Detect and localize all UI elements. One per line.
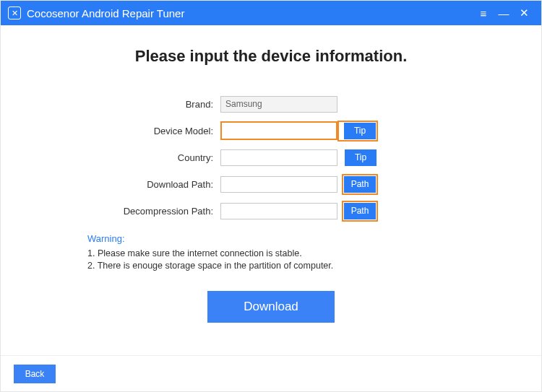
highlight-decompression-path-btn: Path <box>342 201 378 222</box>
highlight-device-model-tip: Tip <box>337 121 378 141</box>
tip-button-country[interactable]: Tip <box>345 149 377 166</box>
menu-button[interactable]: ≡ <box>473 1 494 25</box>
close-button[interactable]: ✕ <box>514 1 534 25</box>
input-brand <box>220 96 337 113</box>
label-country: Country: <box>83 152 220 163</box>
titlebar: ✕ Cocosenor Android Repair Tuner ≡ — ✕ <box>1 1 541 25</box>
app-title: Cocosenor Android Repair Tuner <box>27 7 184 19</box>
warning-line-2: 2. There is enouge storage space in the … <box>87 261 541 271</box>
label-device-model: Device Model: <box>83 126 220 136</box>
footer: Back <box>1 355 541 391</box>
input-download-path[interactable] <box>220 176 337 193</box>
label-download-path: Download Path: <box>83 179 220 190</box>
row-download-path: Download Path: Path <box>83 175 459 193</box>
label-decompression-path: Decompression Path: <box>83 206 220 217</box>
warning-line-1: 1. Please make sure the internet connect… <box>87 248 541 258</box>
back-button[interactable]: Back <box>14 365 56 383</box>
path-button-download[interactable]: Path <box>344 176 376 193</box>
row-brand: Brand: <box>83 95 459 113</box>
page-heading: Please input the device information. <box>1 47 541 66</box>
logo-glyph: ✕ <box>12 9 18 18</box>
minimize-button[interactable]: — <box>494 1 514 25</box>
highlight-device-model-field <box>220 121 337 140</box>
warning-block: Warning: 1. Please make sure the interne… <box>87 233 541 271</box>
warning-title: Warning: <box>87 233 541 244</box>
row-decompression-path: Decompression Path: Path <box>83 201 459 220</box>
path-button-decompression[interactable]: Path <box>344 203 376 219</box>
highlight-download-path-btn: Path <box>342 174 378 195</box>
download-button[interactable]: Download <box>207 291 335 323</box>
app-logo-icon: ✕ <box>8 6 21 19</box>
row-device-model: Device Model: Tip <box>83 121 459 140</box>
device-info-form: Brand: Device Model: Tip Country: Tip Do… <box>83 95 459 220</box>
input-decompression-path[interactable] <box>220 203 337 219</box>
main-content: Please input the device information. Bra… <box>1 25 541 323</box>
row-country: Country: Tip <box>83 148 459 167</box>
input-country[interactable] <box>220 149 337 166</box>
label-brand: Brand: <box>83 99 220 110</box>
input-device-model[interactable] <box>222 123 336 139</box>
tip-button-device-model[interactable]: Tip <box>344 123 376 139</box>
